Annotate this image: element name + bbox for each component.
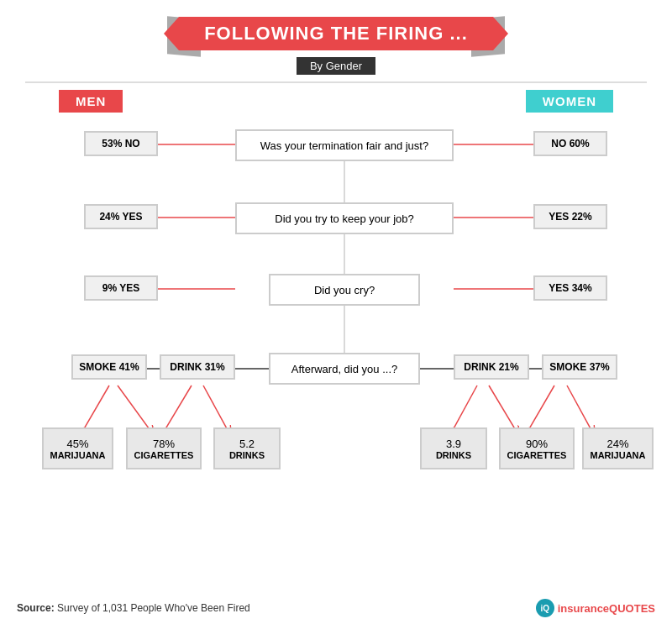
svg-line-17 xyxy=(528,385,554,432)
q2-box: Did you try to keep your job? xyxy=(235,202,454,234)
q4-box: Afterward, did you ...? xyxy=(269,353,420,385)
men-marijuana-result: 45% MARIJUANA xyxy=(42,427,113,469)
men-no-q1: 53% NO xyxy=(84,131,158,156)
men-drinks-result: 5.2 DRINKS xyxy=(213,427,281,469)
connectors-svg xyxy=(8,121,664,558)
men-label: MEN xyxy=(59,90,123,113)
logo-icon: iQ xyxy=(536,599,554,617)
men-smoke-box: SMOKE 41% xyxy=(71,354,147,380)
svg-line-16 xyxy=(489,385,517,432)
men-yes-q3: 9% YES xyxy=(84,275,158,301)
svg-line-14 xyxy=(203,385,228,432)
logo-text: insuranceQUOTES xyxy=(558,602,655,615)
header-divider xyxy=(25,81,647,83)
header: FOLLOWING THE FIRING ... By Gender xyxy=(8,8,664,75)
women-yes-q2: YES 22% xyxy=(533,204,607,229)
svg-line-12 xyxy=(118,385,151,432)
flowchart: Was your termination fair and just? 53% … xyxy=(8,121,664,558)
svg-line-15 xyxy=(452,385,477,432)
men-cigarettes-result: 78% CIGARETTES xyxy=(126,427,202,469)
women-no-q1: NO 60% xyxy=(533,131,607,156)
svg-line-11 xyxy=(82,385,109,432)
main-container: FOLLOWING THE FIRING ... By Gender MEN W… xyxy=(0,0,672,624)
men-drink-box: DRINK 31% xyxy=(160,354,235,380)
main-title: FOLLOWING THE FIRING ... xyxy=(179,17,493,50)
women-smoke-box: SMOKE 37% xyxy=(542,354,617,380)
subtitle: By Gender xyxy=(297,57,375,75)
women-marijuana-result: 24% MARIJUANA xyxy=(582,427,654,469)
women-drink-box: DRINK 21% xyxy=(454,354,529,380)
svg-line-18 xyxy=(567,385,592,432)
source-text: Source: Survey of 1,031 People Who've Be… xyxy=(17,602,250,614)
women-cigarettes-result: 90% CIGARETTES xyxy=(499,427,575,469)
q1-box: Was your termination fair and just? xyxy=(235,129,454,161)
logo: iQ insuranceQUOTES xyxy=(536,599,655,617)
women-label: WOMEN xyxy=(526,90,613,113)
men-yes-q2: 24% YES xyxy=(84,204,158,229)
gender-labels: MEN WOMEN xyxy=(8,90,664,113)
footer: Source: Survey of 1,031 People Who've Be… xyxy=(17,599,655,617)
q3-box: Did you cry? xyxy=(269,274,420,306)
women-drinks-result: 3.9 DRINKS xyxy=(420,427,487,469)
women-yes-q3: YES 34% xyxy=(533,275,607,301)
svg-line-13 xyxy=(164,385,192,432)
